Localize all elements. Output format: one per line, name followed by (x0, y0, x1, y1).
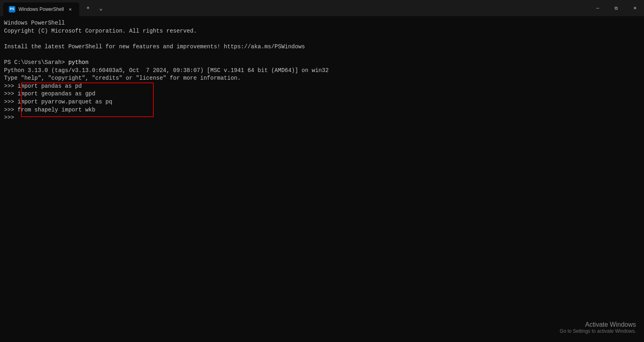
repl-line2: >>> import geopandas as gpd (4, 91, 95, 97)
terminal-output: Windows PowerShell Copyright (C) Microso… (4, 19, 640, 82)
powershell-window: PS Windows PowerShell ✕ + ⌄ ─ ⧉ ✕ Window… (0, 0, 644, 342)
ps-blank2 (4, 51, 7, 58)
minimize-button[interactable]: ─ (588, 0, 607, 16)
repl-line4: >>> from shapely import wkb (4, 107, 95, 113)
repl-lines: >>> import pandas as pd >>> import geopa… (4, 82, 640, 122)
repl-line1: >>> import pandas as pd (4, 83, 82, 89)
tab-actions: + ⌄ (79, 2, 107, 14)
tab-area: PS Windows PowerShell ✕ + ⌄ (0, 1, 588, 15)
powershell-icon: PS (9, 6, 15, 12)
ps-header-line1: Windows PowerShell (4, 20, 65, 26)
python-type-hint: Type "help", "copyright", "credits" or "… (4, 75, 241, 81)
maximize-button[interactable]: ⧉ (607, 0, 625, 16)
ps-prompt1: PS C:\Users\Sarah> python (4, 59, 89, 66)
repl-line5: >>> (4, 114, 18, 121)
new-tab-button[interactable]: + (83, 2, 94, 14)
tab-label: Windows PowerShell (19, 6, 64, 12)
activation-watermark: Activate Windows Go to Settings to activ… (560, 321, 636, 334)
repl-section: >>> import pandas as pd >>> import geopa… (4, 82, 640, 122)
activate-title: Activate Windows (560, 321, 636, 328)
tab-dropdown-button[interactable]: ⌄ (95, 2, 107, 14)
python-version-line: Python 3.13.0 (tags/v3.13.0:60403a5, Oct… (4, 67, 329, 74)
close-button[interactable]: ✕ (625, 0, 644, 16)
terminal-content[interactable]: Windows PowerShell Copyright (C) Microso… (0, 16, 644, 342)
repl-line3: >>> import pyarrow.parquet as pq (4, 99, 112, 105)
title-bar: PS Windows PowerShell ✕ + ⌄ ─ ⧉ ✕ (0, 0, 644, 16)
active-tab[interactable]: PS Windows PowerShell ✕ (3, 2, 79, 16)
ps-header-line2: Copyright (C) Microsoft Corporation. All… (4, 28, 197, 34)
window-controls: ─ ⧉ ✕ (588, 0, 644, 16)
tab-close-button[interactable]: ✕ (67, 6, 74, 12)
ps-install-line: Install the latest PowerShell for new fe… (4, 43, 305, 50)
ps-blank1 (4, 35, 7, 42)
activate-subtitle: Go to Settings to activate Windows. (560, 328, 636, 334)
